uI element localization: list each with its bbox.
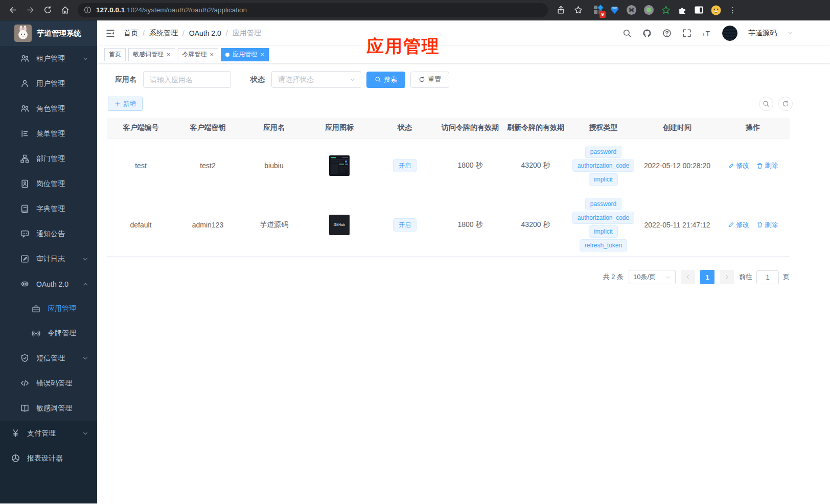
- cell-access-token-ttl: 1800 秒: [437, 156, 503, 175]
- tab-application[interactable]: 应用管理×: [221, 48, 269, 61]
- page-size-select[interactable]: 10条/页: [629, 270, 676, 284]
- refresh-table-button[interactable]: [778, 97, 793, 111]
- delete-icon: [756, 163, 763, 169]
- bookmark-star-icon[interactable]: [570, 3, 586, 18]
- sidebar-item-notice[interactable]: 通知公告: [0, 221, 97, 246]
- delete-button[interactable]: 删除: [756, 220, 778, 230]
- share-icon[interactable]: [553, 3, 568, 18]
- shield-icon: [20, 354, 29, 362]
- status-badge: 开启: [393, 218, 417, 232]
- browser-menu-icon[interactable]: ⋮: [729, 6, 736, 15]
- breadcrumb-item[interactable]: 系统管理: [149, 29, 178, 38]
- column-header: 状态: [372, 118, 437, 138]
- extension-star-icon[interactable]: [661, 6, 671, 15]
- help-icon[interactable]: [662, 29, 672, 38]
- tab-bar: 首页敏感词管理×令牌管理×应用管理×: [97, 46, 830, 63]
- sidebar-item-post[interactable]: 岗位管理: [0, 171, 97, 196]
- sidebar-item-dict[interactable]: 字典管理: [0, 196, 97, 221]
- reset-button[interactable]: 重置: [410, 72, 449, 88]
- token-icon: [32, 329, 40, 338]
- sidebar-item-pay[interactable]: 支付管理: [0, 421, 97, 446]
- sidebar-item-sensitive-word[interactable]: 敏感词管理: [0, 396, 97, 421]
- sidebar-item-error-code[interactable]: 错误码管理: [0, 371, 97, 396]
- sidebar-item-dept[interactable]: 部门管理: [0, 146, 97, 171]
- extension-gem-icon[interactable]: [610, 6, 619, 14]
- chevron-down-icon: [350, 77, 356, 83]
- cell-actions: 修改删除: [716, 156, 790, 175]
- goto-page-input[interactable]: [756, 270, 779, 284]
- app-logo[interactable]: 芋道管理系统: [0, 20, 97, 46]
- edit-button[interactable]: 修改: [728, 161, 749, 170]
- edit-button[interactable]: 修改: [728, 220, 749, 230]
- tab-label: 令牌管理: [182, 50, 207, 59]
- back-icon[interactable]: [5, 3, 20, 18]
- sidebar-item-report-designer[interactable]: 报表设计器: [0, 446, 97, 471]
- prev-page-button[interactable]: [681, 270, 695, 284]
- code-icon: [20, 379, 29, 387]
- next-page-button[interactable]: [720, 270, 734, 284]
- search-icon[interactable]: [622, 29, 632, 38]
- status-badge: 开启: [393, 159, 417, 172]
- sidebar-item-label: 字典管理: [36, 204, 65, 214]
- extension-grid-icon[interactable]: 9: [594, 6, 603, 14]
- delete-button[interactable]: 删除: [756, 161, 778, 170]
- app-name-label: 应用名: [115, 75, 136, 84]
- main-content: 首页/系统管理/OAuth 2.0/应用管理 TT 芋道源码 首页敏感词管理×令…: [97, 20, 830, 503]
- extension-record-icon[interactable]: [644, 5, 654, 15]
- tab-home[interactable]: 首页: [104, 48, 126, 61]
- sidebar-item-label: 审计日志: [36, 255, 65, 264]
- cell-access-token-ttl: 1800 秒: [437, 216, 503, 234]
- fullscreen-icon[interactable]: [682, 29, 691, 38]
- font-size-icon[interactable]: TT: [702, 29, 711, 38]
- close-icon[interactable]: ×: [260, 51, 264, 58]
- extensions-puzzle-icon[interactable]: [678, 6, 687, 14]
- user-name[interactable]: 芋道源码: [748, 29, 777, 38]
- chevron-up-icon: [82, 281, 88, 287]
- toggle-search-button[interactable]: [759, 97, 773, 111]
- profile-avatar-icon[interactable]: [711, 5, 721, 15]
- address-bar[interactable]: 127.0.0.1:1024/system/oauth2/oauth2/appl…: [78, 3, 548, 17]
- status-select[interactable]: 请选择状态: [271, 71, 361, 88]
- plus-icon: [114, 101, 121, 107]
- sidebar-item-label: 短信管理: [36, 354, 65, 363]
- breadcrumb-separator: /: [143, 29, 145, 37]
- briefcase-icon: [32, 305, 40, 313]
- tab-sensitive-word[interactable]: 敏感词管理×: [128, 48, 175, 61]
- extension-command-icon[interactable]: ⌘: [627, 5, 636, 15]
- breadcrumb-item[interactable]: OAuth 2.0: [189, 29, 221, 37]
- add-button[interactable]: 新增: [108, 97, 143, 111]
- search-button[interactable]: 搜索: [366, 72, 405, 88]
- sidebar-item-role[interactable]: 角色管理: [0, 96, 97, 121]
- tab-token[interactable]: 令牌管理×: [178, 48, 219, 61]
- app-name-input[interactable]: [143, 71, 231, 88]
- table-header-row: 客户端编号客户端密钥应用名应用图标状态访问令牌的有效期刷新令牌的有效期授权类型创…: [107, 118, 790, 139]
- sidebar-item-oauth2[interactable]: OAuth 2.0: [0, 271, 97, 296]
- split-view-icon[interactable]: [695, 6, 703, 14]
- github-icon[interactable]: [642, 29, 652, 38]
- cell-app-name: biubiu: [241, 157, 307, 174]
- user-menu-caret-icon[interactable]: [788, 30, 793, 36]
- current-page-button[interactable]: 1: [700, 270, 714, 284]
- site-info-icon[interactable]: [84, 6, 91, 14]
- extensions-cluster: 9 ⌘ ⋮: [594, 5, 736, 15]
- grant-type-tag: implicit: [589, 173, 618, 186]
- sidebar-item-oauth2-token[interactable]: 令牌管理: [0, 321, 97, 346]
- close-icon[interactable]: ×: [210, 51, 214, 58]
- sidebar-item-tenant[interactable]: 租户管理: [0, 46, 97, 71]
- users-icon: [20, 104, 29, 113]
- home-icon[interactable]: [57, 3, 73, 18]
- reload-icon[interactable]: [40, 3, 55, 18]
- sidebar-item-sms[interactable]: 短信管理: [0, 346, 97, 371]
- sidebar-collapse-icon[interactable]: [105, 28, 116, 38]
- user-avatar[interactable]: [722, 26, 737, 41]
- search-icon: [375, 76, 381, 83]
- sidebar-item-audit-log[interactable]: 审计日志: [0, 246, 97, 271]
- sidebar-item-user[interactable]: 用户管理: [0, 71, 97, 96]
- cell-grant-types: passwordauthorization_codeimplicitrefres…: [568, 193, 638, 256]
- column-header: 访问令牌的有效期: [437, 118, 503, 138]
- sidebar-item-oauth2-application[interactable]: 应用管理: [0, 296, 97, 321]
- forward-icon[interactable]: [22, 3, 38, 18]
- close-icon[interactable]: ×: [167, 51, 171, 58]
- sidebar-item-menu[interactable]: 菜单管理: [0, 121, 97, 146]
- breadcrumb-item[interactable]: 首页: [124, 29, 138, 38]
